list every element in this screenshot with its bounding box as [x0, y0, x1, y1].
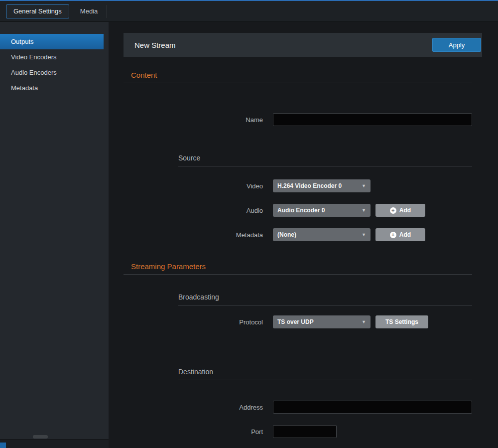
add-audio-button[interactable]: + Add	[375, 204, 425, 217]
app-window: General Settings Media Outputs Video Enc…	[0, 0, 498, 448]
destination-heading: Destination	[178, 368, 472, 376]
sidebar-scrollbar-thumb[interactable]	[33, 435, 48, 439]
plus-icon: +	[390, 232, 396, 238]
metadata-row: Metadata (None) ▼ + Add	[124, 228, 472, 241]
broadcasting-heading: Broadcasting	[178, 293, 472, 301]
sidebar-item-outputs[interactable]: Outputs	[0, 34, 104, 49]
add-audio-button-label: Add	[399, 207, 411, 214]
address-input[interactable]	[273, 401, 472, 414]
tab-media[interactable]: Media	[71, 4, 107, 18]
name-label: Name	[124, 116, 263, 124]
section-divider	[124, 274, 472, 275]
sidebar: Outputs Video Encoders Audio Encoders Me…	[0, 22, 109, 448]
video-encoder-dropdown[interactable]: H.264 Video Encoder 0 ▼	[273, 179, 371, 192]
add-metadata-button-label: Add	[399, 231, 411, 238]
sidebar-item-metadata-label: Metadata	[11, 84, 38, 92]
metadata-dropdown[interactable]: (None) ▼	[273, 228, 371, 241]
destination-subsection: Destination	[178, 368, 472, 380]
section-heading-content: Content	[124, 71, 472, 79]
sidebar-scrollbar-track	[0, 439, 109, 448]
address-row: Address	[124, 401, 472, 414]
sidebar-scrollbar-corner	[0, 443, 6, 448]
apply-button[interactable]: Apply	[432, 38, 481, 52]
source-divider	[178, 166, 472, 166]
audio-encoder-dropdown[interactable]: Audio Encoder 0 ▼	[273, 204, 371, 217]
top-tab-bar: General Settings Media	[0, 0, 498, 22]
sidebar-item-metadata[interactable]: Metadata	[0, 80, 104, 96]
port-input[interactable]	[273, 425, 337, 438]
sidebar-item-video-encoders-label: Video Encoders	[11, 53, 57, 61]
chevron-down-icon: ▼	[362, 232, 366, 237]
chevron-down-icon: ▼	[362, 183, 366, 188]
protocol-dropdown-value: TS over UDP	[277, 318, 314, 325]
video-encoder-dropdown-value: H.264 Video Encoder 0	[277, 182, 342, 189]
audio-row: Audio Audio Encoder 0 ▼ + Add	[124, 204, 472, 217]
plus-icon: +	[390, 207, 396, 214]
section-divider	[124, 83, 472, 83]
source-heading: Source	[178, 154, 472, 162]
tab-general-settings[interactable]: General Settings	[6, 4, 69, 18]
port-row: Port	[124, 425, 472, 438]
broadcasting-divider	[178, 305, 472, 305]
destination-divider	[178, 380, 472, 380]
tab-media-label: Media	[80, 7, 98, 15]
address-label: Address	[124, 404, 263, 411]
audio-label: Audio	[124, 207, 263, 214]
metadata-label: Metadata	[124, 231, 263, 239]
name-row: Name	[124, 113, 472, 126]
tab-general-settings-label: General Settings	[13, 7, 62, 15]
port-label: Port	[124, 428, 263, 436]
page-title: New Stream	[134, 41, 176, 49]
sidebar-item-video-encoders[interactable]: Video Encoders	[0, 49, 104, 65]
protocol-label: Protocol	[124, 318, 263, 326]
video-row: Video H.264 Video Encoder 0 ▼	[124, 179, 472, 192]
chevron-down-icon: ▼	[362, 208, 366, 213]
broadcasting-subsection: Broadcasting	[178, 293, 472, 305]
source-subsection: Source	[178, 154, 472, 166]
panel-header: New Stream Apply	[124, 33, 482, 57]
name-input[interactable]	[273, 113, 472, 126]
sidebar-item-audio-encoders-label: Audio Encoders	[11, 69, 57, 76]
metadata-dropdown-value: (None)	[277, 231, 296, 238]
add-metadata-button[interactable]: + Add	[375, 228, 425, 241]
protocol-dropdown[interactable]: TS over UDP ▼	[273, 315, 371, 328]
chevron-down-icon: ▼	[362, 319, 366, 324]
audio-encoder-dropdown-value: Audio Encoder 0	[277, 207, 325, 214]
video-label: Video	[124, 182, 263, 190]
sidebar-item-outputs-label: Outputs	[11, 38, 34, 45]
protocol-row: Protocol TS over UDP ▼ TS Settings	[124, 315, 472, 328]
main-panel: New Stream Apply Content Name Source Vid…	[109, 22, 498, 448]
form-area: Content Name Source Video H.264 Video En…	[124, 71, 472, 438]
ts-settings-button[interactable]: TS Settings	[375, 315, 428, 328]
tab-divider	[107, 5, 107, 18]
sidebar-item-audio-encoders[interactable]: Audio Encoders	[0, 65, 104, 80]
section-heading-streaming-parameters: Streaming Parameters	[124, 262, 472, 271]
